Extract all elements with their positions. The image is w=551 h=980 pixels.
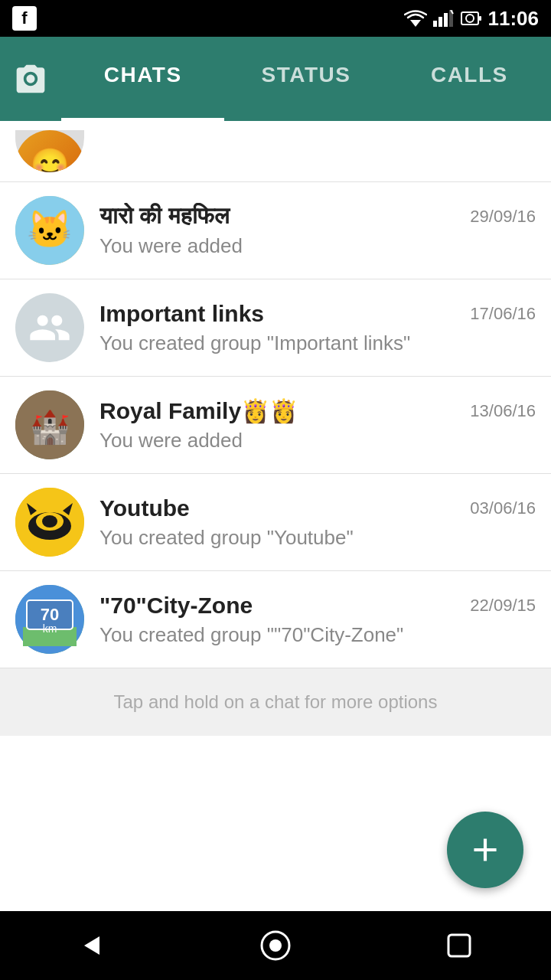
svg-rect-2 <box>439 17 442 27</box>
home-icon <box>259 929 292 962</box>
svg-point-8 <box>466 15 474 22</box>
svg-rect-27 <box>448 935 470 956</box>
chat-header: यारो की महफिल 29/09/16 <box>99 203 536 230</box>
chat-name: यारो की महफिल <box>99 203 458 230</box>
fab-container <box>447 812 523 888</box>
chat-preview: You created group "Important links" <box>99 332 536 355</box>
chat-info: यारो की महफिल 29/09/16 You were added <box>99 203 536 258</box>
chat-preview: You were added <box>99 234 536 258</box>
top-nav: CHATS STATUS CALLS <box>0 37 551 121</box>
svg-rect-1 <box>433 21 437 27</box>
chat-preview: You created group "Youtube" <box>99 526 536 550</box>
battery-icon <box>461 10 482 27</box>
svg-point-16 <box>42 515 57 528</box>
svg-marker-24 <box>84 936 99 955</box>
bottom-nav <box>0 911 551 980</box>
svg-rect-3 <box>444 13 448 27</box>
svg-rect-7 <box>479 16 481 21</box>
nav-tabs: CHATS STATUS CALLS <box>61 37 551 121</box>
chat-preview: You created group ""70"City-Zone" <box>99 623 536 647</box>
chat-info: Royal Family👸👸 13/06/16 You were added <box>99 397 536 452</box>
chat-list: 😊 🐱 यारो की महफिल 29/09/16 You were adde… <box>0 121 551 911</box>
chat-date: 03/06/16 <box>470 498 536 518</box>
tab-chats[interactable]: CHATS <box>61 37 224 121</box>
camera-icon <box>14 62 47 96</box>
chat-info: Youtube 03/06/16 You created group "Yout… <box>99 495 536 550</box>
chat-name: Youtube <box>99 495 458 521</box>
status-bar-right: 11:06 <box>404 7 540 31</box>
chat-date: 13/06/16 <box>470 401 536 421</box>
chat-date: 29/09/16 <box>470 207 536 227</box>
chat-name: Important links <box>99 301 458 327</box>
new-chat-fab[interactable] <box>447 812 523 888</box>
chat-date: 22/09/15 <box>470 596 536 616</box>
back-icon <box>77 930 107 961</box>
chat-name: Royal Family👸👸 <box>99 397 458 424</box>
camera-icon-wrap[interactable] <box>0 62 61 96</box>
facebook-icon: f <box>12 6 37 31</box>
svg-marker-0 <box>410 20 421 27</box>
chat-info: Important links 17/06/16 You created gro… <box>99 301 536 355</box>
svg-text:70: 70 <box>41 605 59 624</box>
avatar <box>15 488 84 557</box>
recents-button[interactable] <box>429 915 490 976</box>
chat-header: Royal Family👸👸 13/06/16 <box>99 397 536 424</box>
avatar: 🏰 <box>15 390 84 459</box>
chat-item[interactable]: Youtube 03/06/16 You created group "Yout… <box>0 474 551 571</box>
avatar <box>15 293 84 362</box>
tab-calls[interactable]: CALLS <box>388 37 551 121</box>
partial-chat-item[interactable]: 😊 <box>0 121 551 182</box>
chat-header: Important links 17/06/16 <box>99 301 536 327</box>
avatar: 70 km <box>15 585 84 654</box>
svg-text:km: km <box>43 622 57 635</box>
svg-text:🏰: 🏰 <box>30 408 70 446</box>
chat-header: Youtube 03/06/16 <box>99 495 536 521</box>
status-bar: f 11:06 <box>0 0 551 37</box>
signal-icon <box>433 10 455 27</box>
chat-date: 17/06/16 <box>470 304 536 324</box>
tab-status[interactable]: STATUS <box>224 37 387 121</box>
hint-text: Tap and hold on a chat for more options <box>0 668 551 736</box>
chat-item[interactable]: 70 km "70"City-Zone 22/09/15 You created… <box>0 571 551 668</box>
chat-item[interactable]: Important links 17/06/16 You created gro… <box>0 279 551 377</box>
add-icon <box>466 831 504 869</box>
wifi-icon <box>404 10 427 27</box>
svg-point-26 <box>269 939 282 952</box>
chat-item[interactable]: 🐱 यारो की महफिल 29/09/16 You were added <box>0 182 551 279</box>
chat-preview: You were added <box>99 429 536 452</box>
chat-name: "70"City-Zone <box>99 593 458 619</box>
chat-info: "70"City-Zone 22/09/15 You created group… <box>99 593 536 647</box>
avatar: 🐱 <box>15 196 84 265</box>
clock: 11:06 <box>488 7 540 31</box>
back-button[interactable] <box>61 915 122 976</box>
chat-header: "70"City-Zone 22/09/15 <box>99 593 536 619</box>
partial-avatar: 😊 <box>15 130 84 172</box>
recents-icon <box>445 932 473 959</box>
status-bar-left: f <box>12 6 37 31</box>
home-button[interactable] <box>245 915 306 976</box>
chat-item[interactable]: 🏰 Royal Family👸👸 13/06/16 You were added <box>0 377 551 474</box>
svg-text:🐱: 🐱 <box>27 207 73 251</box>
